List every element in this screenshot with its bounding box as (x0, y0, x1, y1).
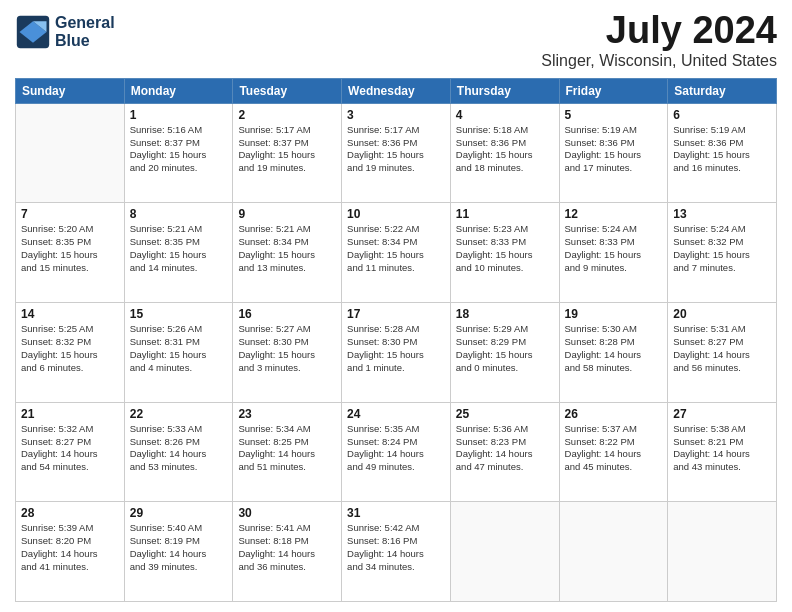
day-info: Sunrise: 5:21 AM Sunset: 8:35 PM Dayligh… (130, 223, 228, 274)
day-number: 15 (130, 307, 228, 321)
col-thursday: Thursday (450, 78, 559, 103)
table-row: 9Sunrise: 5:21 AM Sunset: 8:34 PM Daylig… (233, 203, 342, 303)
table-row: 22Sunrise: 5:33 AM Sunset: 8:26 PM Dayli… (124, 402, 233, 502)
day-info: Sunrise: 5:20 AM Sunset: 8:35 PM Dayligh… (21, 223, 119, 274)
day-number: 31 (347, 506, 445, 520)
table-row: 17Sunrise: 5:28 AM Sunset: 8:30 PM Dayli… (342, 303, 451, 403)
table-row: 10Sunrise: 5:22 AM Sunset: 8:34 PM Dayli… (342, 203, 451, 303)
day-number: 29 (130, 506, 228, 520)
day-info: Sunrise: 5:19 AM Sunset: 8:36 PM Dayligh… (673, 124, 771, 175)
day-number: 23 (238, 407, 336, 421)
day-info: Sunrise: 5:41 AM Sunset: 8:18 PM Dayligh… (238, 522, 336, 573)
main-title: July 2024 (541, 10, 777, 52)
day-number: 13 (673, 207, 771, 221)
table-row: 20Sunrise: 5:31 AM Sunset: 8:27 PM Dayli… (668, 303, 777, 403)
day-number: 14 (21, 307, 119, 321)
day-info: Sunrise: 5:33 AM Sunset: 8:26 PM Dayligh… (130, 423, 228, 474)
table-row: 28Sunrise: 5:39 AM Sunset: 8:20 PM Dayli… (16, 502, 125, 602)
table-row: 1Sunrise: 5:16 AM Sunset: 8:37 PM Daylig… (124, 103, 233, 203)
day-info: Sunrise: 5:19 AM Sunset: 8:36 PM Dayligh… (565, 124, 663, 175)
day-info: Sunrise: 5:17 AM Sunset: 8:36 PM Dayligh… (347, 124, 445, 175)
table-row: 29Sunrise: 5:40 AM Sunset: 8:19 PM Dayli… (124, 502, 233, 602)
table-row: 26Sunrise: 5:37 AM Sunset: 8:22 PM Dayli… (559, 402, 668, 502)
day-info: Sunrise: 5:21 AM Sunset: 8:34 PM Dayligh… (238, 223, 336, 274)
day-number: 9 (238, 207, 336, 221)
day-number: 27 (673, 407, 771, 421)
day-number: 19 (565, 307, 663, 321)
table-row: 6Sunrise: 5:19 AM Sunset: 8:36 PM Daylig… (668, 103, 777, 203)
day-number: 6 (673, 108, 771, 122)
day-number: 3 (347, 108, 445, 122)
day-number: 25 (456, 407, 554, 421)
calendar-week-row: 21Sunrise: 5:32 AM Sunset: 8:27 PM Dayli… (16, 402, 777, 502)
table-row: 13Sunrise: 5:24 AM Sunset: 8:32 PM Dayli… (668, 203, 777, 303)
day-info: Sunrise: 5:32 AM Sunset: 8:27 PM Dayligh… (21, 423, 119, 474)
calendar-header-row: Sunday Monday Tuesday Wednesday Thursday… (16, 78, 777, 103)
subtitle: Slinger, Wisconsin, United States (541, 52, 777, 70)
day-info: Sunrise: 5:31 AM Sunset: 8:27 PM Dayligh… (673, 323, 771, 374)
table-row: 19Sunrise: 5:30 AM Sunset: 8:28 PM Dayli… (559, 303, 668, 403)
day-info: Sunrise: 5:28 AM Sunset: 8:30 PM Dayligh… (347, 323, 445, 374)
day-number: 26 (565, 407, 663, 421)
day-number: 16 (238, 307, 336, 321)
table-row: 11Sunrise: 5:23 AM Sunset: 8:33 PM Dayli… (450, 203, 559, 303)
day-number: 20 (673, 307, 771, 321)
table-row: 30Sunrise: 5:41 AM Sunset: 8:18 PM Dayli… (233, 502, 342, 602)
table-row (668, 502, 777, 602)
table-row: 27Sunrise: 5:38 AM Sunset: 8:21 PM Dayli… (668, 402, 777, 502)
table-row: 14Sunrise: 5:25 AM Sunset: 8:32 PM Dayli… (16, 303, 125, 403)
day-number: 24 (347, 407, 445, 421)
table-row: 7Sunrise: 5:20 AM Sunset: 8:35 PM Daylig… (16, 203, 125, 303)
table-row: 2Sunrise: 5:17 AM Sunset: 8:37 PM Daylig… (233, 103, 342, 203)
day-number: 5 (565, 108, 663, 122)
day-info: Sunrise: 5:37 AM Sunset: 8:22 PM Dayligh… (565, 423, 663, 474)
day-info: Sunrise: 5:25 AM Sunset: 8:32 PM Dayligh… (21, 323, 119, 374)
day-info: Sunrise: 5:29 AM Sunset: 8:29 PM Dayligh… (456, 323, 554, 374)
table-row: 5Sunrise: 5:19 AM Sunset: 8:36 PM Daylig… (559, 103, 668, 203)
day-info: Sunrise: 5:35 AM Sunset: 8:24 PM Dayligh… (347, 423, 445, 474)
table-row: 15Sunrise: 5:26 AM Sunset: 8:31 PM Dayli… (124, 303, 233, 403)
day-number: 11 (456, 207, 554, 221)
day-number: 17 (347, 307, 445, 321)
calendar-week-row: 1Sunrise: 5:16 AM Sunset: 8:37 PM Daylig… (16, 103, 777, 203)
col-friday: Friday (559, 78, 668, 103)
page: General Blue July 2024 Slinger, Wisconsi… (0, 0, 792, 612)
day-info: Sunrise: 5:34 AM Sunset: 8:25 PM Dayligh… (238, 423, 336, 474)
header: General Blue July 2024 Slinger, Wisconsi… (15, 10, 777, 70)
col-monday: Monday (124, 78, 233, 103)
table-row: 8Sunrise: 5:21 AM Sunset: 8:35 PM Daylig… (124, 203, 233, 303)
table-row: 3Sunrise: 5:17 AM Sunset: 8:36 PM Daylig… (342, 103, 451, 203)
day-number: 18 (456, 307, 554, 321)
table-row: 12Sunrise: 5:24 AM Sunset: 8:33 PM Dayli… (559, 203, 668, 303)
day-number: 4 (456, 108, 554, 122)
col-wednesday: Wednesday (342, 78, 451, 103)
calendar-week-row: 14Sunrise: 5:25 AM Sunset: 8:32 PM Dayli… (16, 303, 777, 403)
day-info: Sunrise: 5:18 AM Sunset: 8:36 PM Dayligh… (456, 124, 554, 175)
day-info: Sunrise: 5:16 AM Sunset: 8:37 PM Dayligh… (130, 124, 228, 175)
table-row (559, 502, 668, 602)
table-row (450, 502, 559, 602)
day-info: Sunrise: 5:39 AM Sunset: 8:20 PM Dayligh… (21, 522, 119, 573)
logo: General Blue (15, 14, 115, 50)
table-row: 24Sunrise: 5:35 AM Sunset: 8:24 PM Dayli… (342, 402, 451, 502)
calendar-week-row: 28Sunrise: 5:39 AM Sunset: 8:20 PM Dayli… (16, 502, 777, 602)
logo-icon (15, 14, 51, 50)
day-info: Sunrise: 5:27 AM Sunset: 8:30 PM Dayligh… (238, 323, 336, 374)
table-row: 16Sunrise: 5:27 AM Sunset: 8:30 PM Dayli… (233, 303, 342, 403)
day-info: Sunrise: 5:40 AM Sunset: 8:19 PM Dayligh… (130, 522, 228, 573)
col-sunday: Sunday (16, 78, 125, 103)
day-number: 28 (21, 506, 119, 520)
col-saturday: Saturday (668, 78, 777, 103)
day-number: 10 (347, 207, 445, 221)
day-number: 12 (565, 207, 663, 221)
logo-text: General Blue (55, 14, 115, 49)
day-info: Sunrise: 5:22 AM Sunset: 8:34 PM Dayligh… (347, 223, 445, 274)
day-number: 8 (130, 207, 228, 221)
table-row: 18Sunrise: 5:29 AM Sunset: 8:29 PM Dayli… (450, 303, 559, 403)
day-number: 22 (130, 407, 228, 421)
calendar-week-row: 7Sunrise: 5:20 AM Sunset: 8:35 PM Daylig… (16, 203, 777, 303)
day-info: Sunrise: 5:24 AM Sunset: 8:33 PM Dayligh… (565, 223, 663, 274)
day-info: Sunrise: 5:26 AM Sunset: 8:31 PM Dayligh… (130, 323, 228, 374)
day-info: Sunrise: 5:42 AM Sunset: 8:16 PM Dayligh… (347, 522, 445, 573)
table-row (16, 103, 125, 203)
